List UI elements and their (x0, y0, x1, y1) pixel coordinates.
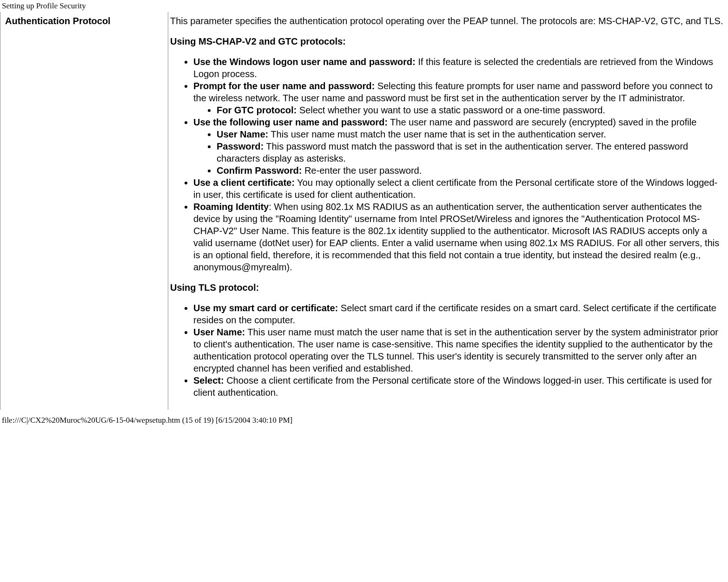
list-item: Confirm Password: Re-enter the user pass… (217, 164, 723, 177)
item-label: Use my smart card or certificate: (193, 303, 338, 313)
item-text: This password must match the password th… (217, 141, 688, 163)
list-item: Use the Windows logon user name and pass… (193, 56, 723, 80)
item-text: Select whether you want to use a static … (297, 105, 605, 115)
list-item: Use the following user name and password… (193, 116, 723, 177)
sub-list: User Name: This user name must match the… (193, 128, 723, 177)
item-text: The user name and password are securely … (388, 117, 696, 127)
section1-list: Use the Windows logon user name and pass… (170, 56, 723, 273)
page-header: Setting up Profile Security (0, 0, 728, 12)
page-header-title: Setting up Profile Security (2, 1, 86, 10)
list-item: Prompt for the user name and password: S… (193, 80, 723, 116)
list-item: Roaming Identity: When using 802.1x MS R… (193, 201, 723, 273)
item-text: Choose a client certificate from the Per… (193, 375, 712, 398)
list-item: User Name: This user name must match the… (193, 326, 723, 374)
item-label: Prompt for the user name and password: (193, 81, 375, 91)
content-table: Authentication Protocol This parameter s… (0, 12, 728, 410)
section2-list: Use my smart card or certificate: Select… (170, 302, 723, 399)
item-label: Roaming Identity (193, 202, 269, 212)
footer-text: file:///C|/CX2%20Muroc%20UG/6-15-04/weps… (2, 416, 292, 425)
list-item: User Name: This user name must match the… (217, 128, 723, 140)
section1-heading: Using MS-CHAP-V2 and GTC protocols: (170, 35, 723, 47)
section2-heading: Using TLS protocol: (170, 281, 723, 294)
page-footer: file:///C|/CX2%20Muroc%20UG/6-15-04/weps… (0, 410, 728, 427)
list-item: Use a client certificate: You may option… (193, 177, 723, 201)
left-column-title: Authentication Protocol (5, 16, 111, 26)
list-item: Select: Choose a client certificate from… (193, 374, 723, 399)
list-item: For GTC protocol: Select whether you wan… (217, 104, 723, 116)
item-label: Confirm Password: (217, 165, 302, 176)
list-item: Use my smart card or certificate: Select… (193, 302, 723, 326)
item-label: User Name: (217, 129, 268, 139)
item-label: Password: (217, 141, 264, 151)
item-label: For GTC protocol: (217, 105, 297, 115)
left-column: Authentication Protocol (0, 12, 168, 410)
item-text: Re-enter the user password. (302, 165, 422, 176)
item-label: Use the following user name and password… (193, 117, 388, 127)
item-label: Use a client certificate: (193, 177, 295, 188)
right-column: This parameter specifies the authenticat… (168, 12, 728, 410)
sub-list: For GTC protocol: Select whether you wan… (193, 104, 723, 116)
item-text: : When using 802.1x MS RADIUS as an auth… (193, 202, 719, 272)
item-label: Select: (193, 375, 224, 386)
intro-paragraph: This parameter specifies the authenticat… (170, 15, 723, 27)
item-label: User Name: (193, 327, 245, 337)
item-label: Use the Windows logon user name and pass… (193, 57, 416, 67)
item-text: This user name must match the user name … (268, 129, 606, 139)
item-text: This user name must match the user name … (193, 327, 718, 373)
list-item: Password: This password must match the p… (217, 140, 723, 164)
